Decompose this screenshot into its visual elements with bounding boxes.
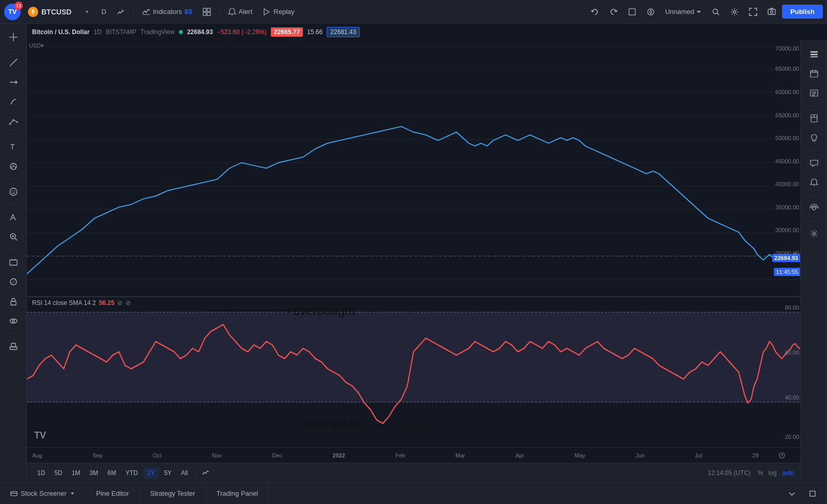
news-button[interactable] — [805, 84, 823, 102]
tab-trading-panel[interactable]: Trading Panel — [206, 483, 269, 505]
chart-type-button[interactable] — [113, 4, 129, 20]
measure-tool[interactable] — [4, 208, 23, 226]
expand-button[interactable] — [745, 4, 761, 20]
tab-strategy-tester[interactable]: Strategy Tester — [140, 483, 206, 505]
settings-gear-button[interactable] — [805, 224, 823, 243]
erase-tool[interactable] — [4, 337, 23, 356]
search-button[interactable] — [708, 4, 724, 20]
price-chart: USD▾ 70000.00 65000.00 60000.00 55000.00… — [27, 40, 800, 297]
tab-stock-screener[interactable]: Stock Screener — [0, 483, 86, 505]
svg-rect-1 — [203, 8, 206, 11]
broadcast-button[interactable] — [805, 199, 823, 218]
watchlist-button[interactable] — [805, 44, 823, 63]
tab-pine-editor[interactable]: Pine Editor — [86, 483, 140, 505]
redo-button[interactable] — [605, 4, 622, 20]
visibility-tool[interactable] — [4, 312, 23, 330]
horizontal-ray-tool[interactable] — [4, 73, 23, 91]
rsi-chart-svg — [27, 297, 800, 447]
screenshot-button[interactable] — [763, 4, 780, 20]
svg-line-42 — [11, 279, 16, 284]
brush-tool[interactable] — [4, 93, 23, 111]
svg-point-16 — [771, 10, 773, 13]
period-5d[interactable]: 5D — [50, 467, 66, 479]
toolbar-sep3 — [7, 179, 20, 179]
live-price: 22684.93 — [187, 28, 213, 36]
svg-rect-73 — [810, 54, 818, 55]
ask-price: 22665.77 — [271, 27, 303, 37]
timeframe-selector[interactable]: D — [97, 5, 110, 18]
rsi-value: 56.25 — [99, 299, 114, 307]
template-button[interactable] — [642, 4, 659, 20]
text-tool[interactable]: T — [4, 138, 23, 156]
svg-rect-46 — [10, 347, 17, 349]
rp-sep3 — [808, 195, 820, 196]
lock-tool[interactable] — [4, 292, 23, 311]
svg-line-19 — [10, 59, 17, 66]
toolbar-sep — [7, 50, 20, 50]
forecast-tool[interactable] — [4, 272, 23, 291]
period-3m[interactable]: 3M — [85, 467, 102, 479]
timeframe-label: 1D — [94, 28, 101, 36]
replay-button[interactable]: Replay — [258, 5, 298, 19]
spread: 15.66 — [307, 28, 323, 36]
symbol-text: BTCUSD — [41, 8, 71, 16]
calculator-button[interactable] — [805, 109, 823, 128]
crosshair-tool[interactable] — [4, 28, 23, 47]
multi-line-tool[interactable] — [4, 112, 23, 131]
period-6m[interactable]: 6M — [103, 467, 120, 479]
svg-rect-90 — [11, 492, 17, 496]
stock-screener-chevron — [70, 491, 75, 496]
time-29: 29 — [753, 452, 759, 459]
chat-button[interactable] — [805, 154, 823, 173]
pair-info: Bitcoin / U.S. Dollar — [32, 28, 89, 36]
bid-price: 22681.43 — [327, 27, 360, 37]
period-all[interactable]: All — [177, 467, 192, 479]
svg-line-23 — [10, 120, 13, 124]
time-nov: Nov — [212, 452, 222, 459]
settings-button[interactable] — [726, 4, 743, 20]
notifications-button[interactable] — [805, 174, 823, 192]
line-tool[interactable] — [4, 53, 23, 72]
svg-point-30 — [10, 188, 17, 195]
auto-toggle[interactable]: auto — [782, 469, 794, 477]
period-5y[interactable]: 5Y — [160, 467, 176, 479]
undo-button[interactable] — [587, 4, 603, 20]
percent-toggle[interactable]: % — [758, 469, 763, 477]
zoom-tool[interactable] — [4, 227, 23, 246]
add-symbol-button[interactable]: + — [79, 4, 95, 20]
exchange-label: BITSTAMP — [106, 28, 136, 36]
anchored-text-tool[interactable] — [4, 157, 23, 176]
time-2022: 2022 — [332, 452, 345, 459]
log-toggle[interactable]: log — [769, 469, 777, 477]
indicators-button[interactable]: Indicators 83 — [138, 5, 196, 19]
tab-minimize[interactable] — [784, 485, 800, 502]
symbol-selector[interactable]: ₿ BTCUSD — [23, 5, 76, 19]
lightbulb-button[interactable] — [805, 129, 823, 147]
period-1m[interactable]: 1M — [68, 467, 85, 479]
period-toolbar: 1D 5D 1M 3M 6M YTD 1Y 5Y All 12:14:05 (U… — [27, 463, 800, 482]
svg-line-37 — [15, 238, 17, 240]
layout-button[interactable] — [198, 5, 215, 19]
tab-maximize[interactable] — [804, 485, 821, 502]
chart-watch-tool[interactable] — [4, 253, 23, 271]
chart-name[interactable]: Unnamed — [661, 5, 706, 18]
tradingview-logo[interactable]: TV 11 — [4, 4, 21, 20]
rsi-delete-icon[interactable]: ⊘ — [126, 299, 131, 307]
calendar-button[interactable] — [805, 64, 823, 83]
compare-button[interactable] — [198, 466, 213, 480]
rsi-settings-icon[interactable]: ⊘ — [117, 299, 122, 307]
live-indicator — [179, 30, 183, 34]
period-ytd[interactable]: YTD — [121, 467, 142, 479]
period-1y[interactable]: 1Y — [143, 467, 159, 479]
price-chart-svg — [27, 40, 800, 296]
fullscreen-button[interactable] — [624, 4, 640, 20]
time-dec: Dec — [272, 452, 283, 459]
alert-button[interactable]: Alert — [224, 5, 257, 19]
svg-text:TV: TV — [34, 430, 46, 440]
time-settings[interactable] — [775, 448, 789, 463]
emoji-tool[interactable] — [4, 182, 23, 201]
publish-button[interactable]: Publish — [782, 5, 823, 19]
svg-rect-93 — [810, 491, 815, 496]
period-1d[interactable]: 1D — [33, 467, 49, 479]
rsi-label: RSI 14 close SMA 14 2 — [32, 299, 96, 307]
